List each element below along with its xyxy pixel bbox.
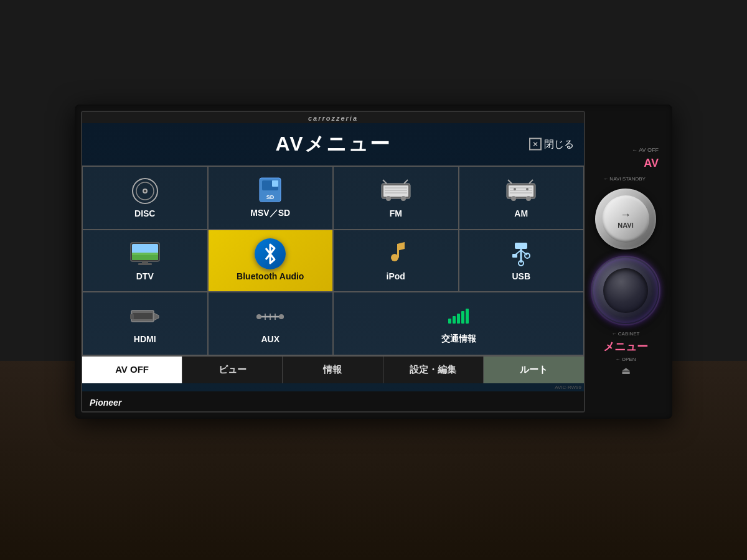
bluetooth-icon [254,240,286,268]
cell-fm[interactable]: FM [333,166,459,230]
navi-btn-inner[interactable]: → NAVI [602,195,649,243]
car-unit: carrozzeria AVメニュー ✕ 閉じる [75,105,672,419]
knob-outer [592,257,659,324]
am-label: AM [514,208,528,218]
right-bottom-labels: ← CABINET メニュー ← OPEN ⏏ [590,331,661,376]
settings-button[interactable]: 設定・編集 [383,357,484,383]
svg-line-13 [404,180,408,184]
disc-icon [129,177,161,205]
aux-icon [254,303,286,330]
view-button[interactable]: ビュー [182,357,283,383]
disc-label: DISC [134,208,155,218]
pioneer-label: Pioneer [90,398,121,408]
svg-rect-9 [383,185,408,197]
right-panel: ← AV OFF AV ← NAVI STANDBY → NAVI ← CABI… [585,142,666,381]
svg-rect-37 [515,243,527,249]
close-button[interactable]: ✕ 閉じる [529,138,574,151]
open-label: ← OPEN [616,357,636,362]
svg-rect-6 [272,180,278,187]
menu-jp-label: メニュー [603,339,648,354]
signal-bars [448,309,469,324]
svg-point-41 [525,253,530,258]
right-top-area: ← AV OFF AV [590,147,661,170]
svg-rect-33 [138,263,152,265]
dtv-label: DTV [136,271,154,281]
cell-bluetooth[interactable]: Bluetooth Audio [208,230,334,292]
svg-point-27 [526,188,529,190]
svg-point-3 [144,190,146,192]
navi-btn-label: NAVI [618,222,633,229]
dtv-icon [129,240,161,268]
fm-icon [380,177,412,205]
svg-rect-40 [512,254,517,258]
brand-bar: carrozzeria [82,112,584,123]
msvsd-label: MSV／SD [250,208,290,219]
svg-point-47 [256,314,261,319]
close-icon: ✕ [529,138,542,151]
main-knob[interactable] [591,256,660,325]
svg-rect-35 [397,245,399,258]
knob-purple-ring [592,257,659,324]
svg-point-26 [514,188,516,190]
model-label: AVIC-RW99 [82,383,584,391]
cell-usb[interactable]: USB [459,230,585,292]
cell-am[interactable]: AM [459,166,585,230]
screen-title: AVメニュー [275,131,390,158]
navi-ring: → NAVI [595,189,656,250]
close-label: 閉じる [544,138,574,151]
screen-header: AVメニュー ✕ 閉じる [82,123,584,166]
av-off-indicator: ← AV OFF [632,147,661,153]
screen-section: carrozzeria AVメニュー ✕ 閉じる [81,111,585,413]
hdmi-icon [129,303,161,330]
svg-rect-44 [133,313,153,319]
cell-disc[interactable]: DISC [82,166,208,230]
av-off-button[interactable]: AV OFF [82,357,182,383]
bluetooth-label: Bluetooth Audio [237,271,304,281]
navi-arrow-icon: → [620,208,631,222]
av-indicator: AV [644,157,661,170]
cell-hdmi[interactable]: HDMI [82,292,208,355]
msvsd-icon: SD [254,177,286,204]
traffic-icon [443,302,475,330]
am-icon [505,177,537,205]
cabinet-label: ← CABINET [612,331,640,337]
svg-point-24 [511,196,516,201]
brand-label: carrozzeria [308,114,358,122]
menu-grid: DISC SD MSV／SD [82,166,584,355]
traffic-label: 交通情報 [441,334,476,345]
screen: AVメニュー ✕ 閉じる [82,123,584,391]
usb-icon [505,240,537,268]
svg-rect-45 [130,314,134,319]
fm-label: FM [390,208,402,218]
svg-text:SD: SD [266,194,275,200]
svg-line-22 [529,180,533,184]
aux-label: AUX [261,334,280,344]
ipod-label: iPod [387,271,405,281]
route-button[interactable]: ルート [484,357,584,383]
ipod-icon [380,240,412,268]
navi-button[interactable]: → NAVI [594,188,657,250]
info-button[interactable]: 情報 [283,357,383,383]
cell-aux[interactable]: AUX [208,292,334,355]
cell-traffic[interactable]: 交通情報 [333,292,584,355]
navi-standby-label: ← NAVI STANDBY [603,176,648,182]
svg-line-14 [383,180,387,184]
cell-ipod[interactable]: iPod [333,230,459,292]
svg-rect-18 [509,185,533,197]
bottom-bar: AV OFF ビュー 情報 設定・編集 ルート [82,355,584,383]
svg-point-25 [526,196,531,201]
cell-dtv[interactable]: DTV [82,230,208,292]
cell-msvsd[interactable]: SD MSV／SD [208,166,334,230]
svg-point-15 [386,196,391,201]
usb-label: USB [512,271,530,281]
svg-point-16 [401,196,406,201]
svg-rect-31 [132,253,158,255]
svg-point-48 [279,314,284,319]
hdmi-label: HDMI [134,334,156,344]
eject-icon: ⏏ [621,365,631,376]
svg-line-23 [508,180,512,184]
